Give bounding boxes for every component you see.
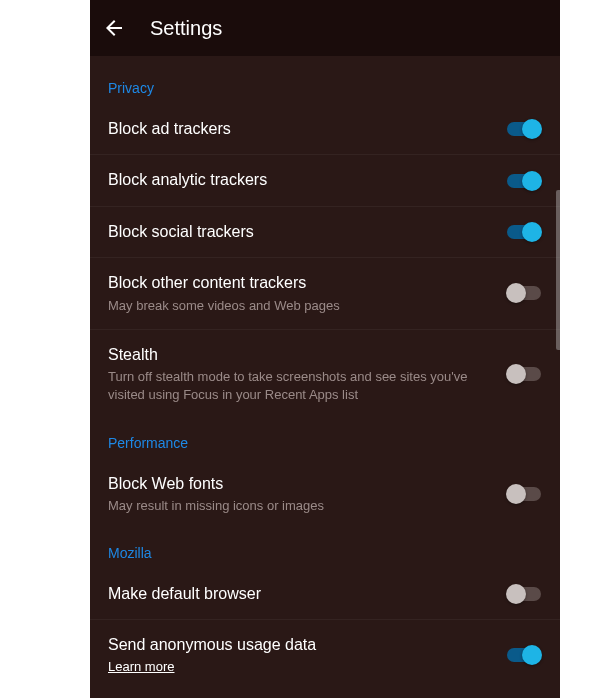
setting-text: Send anonymous usage data Learn more — [108, 634, 506, 674]
setting-title: Make default browser — [108, 583, 490, 605]
page-title: Settings — [150, 17, 222, 40]
app-bar: Settings — [90, 0, 560, 56]
edge-scroll-indicator — [556, 190, 560, 350]
setting-title: Send anonymous usage data — [108, 634, 490, 656]
setting-text: Block analytic trackers — [108, 169, 506, 191]
setting-subtitle: Turn off stealth mode to take screenshot… — [108, 368, 490, 404]
setting-title: Block other content trackers — [108, 272, 490, 294]
section-header-privacy: Privacy — [90, 64, 560, 104]
setting-block-social-trackers[interactable]: Block social trackers — [90, 207, 560, 258]
learn-more-link[interactable]: Learn more — [108, 659, 174, 674]
toggle-send-anonymous-usage-data[interactable] — [506, 645, 542, 665]
setting-text: Block ad trackers — [108, 118, 506, 140]
setting-subtitle: May break some videos and Web pages — [108, 297, 490, 315]
toggle-block-other-content-trackers[interactable] — [506, 283, 542, 303]
setting-block-ad-trackers[interactable]: Block ad trackers — [90, 104, 560, 155]
setting-title: Block Web fonts — [108, 473, 490, 495]
section-header-mozilla: Mozilla — [90, 529, 560, 569]
setting-text: Stealth Turn off stealth mode to take sc… — [108, 344, 506, 405]
setting-subtitle: May result in missing icons or images — [108, 497, 490, 515]
toggle-block-web-fonts[interactable] — [506, 484, 542, 504]
setting-text: Make default browser — [108, 583, 506, 605]
setting-title: Block social trackers — [108, 221, 490, 243]
setting-title: Block analytic trackers — [108, 169, 490, 191]
setting-title: Stealth — [108, 344, 490, 366]
setting-block-analytic-trackers[interactable]: Block analytic trackers — [90, 155, 560, 206]
section-header-performance: Performance — [90, 419, 560, 459]
toggle-make-default-browser[interactable] — [506, 584, 542, 604]
setting-block-web-fonts[interactable]: Block Web fonts May result in missing ic… — [90, 459, 560, 530]
setting-send-anonymous-usage-data[interactable]: Send anonymous usage data Learn more — [90, 620, 560, 688]
settings-screen: Settings Privacy Block ad trackers Block… — [90, 0, 560, 698]
setting-text: Block Web fonts May result in missing ic… — [108, 473, 506, 516]
toggle-block-analytic-trackers[interactable] — [506, 171, 542, 191]
toggle-block-ad-trackers[interactable] — [506, 119, 542, 139]
setting-text: Block other content trackers May break s… — [108, 272, 506, 315]
setting-block-other-content-trackers[interactable]: Block other content trackers May break s… — [90, 258, 560, 330]
settings-list: Privacy Block ad trackers Block analytic… — [90, 56, 560, 689]
toggle-block-social-trackers[interactable] — [506, 222, 542, 242]
setting-text: Block social trackers — [108, 221, 506, 243]
setting-stealth[interactable]: Stealth Turn off stealth mode to take sc… — [90, 330, 560, 419]
back-icon[interactable] — [102, 16, 126, 40]
toggle-stealth[interactable] — [506, 364, 542, 384]
setting-make-default-browser[interactable]: Make default browser — [90, 569, 560, 620]
setting-title: Block ad trackers — [108, 118, 490, 140]
